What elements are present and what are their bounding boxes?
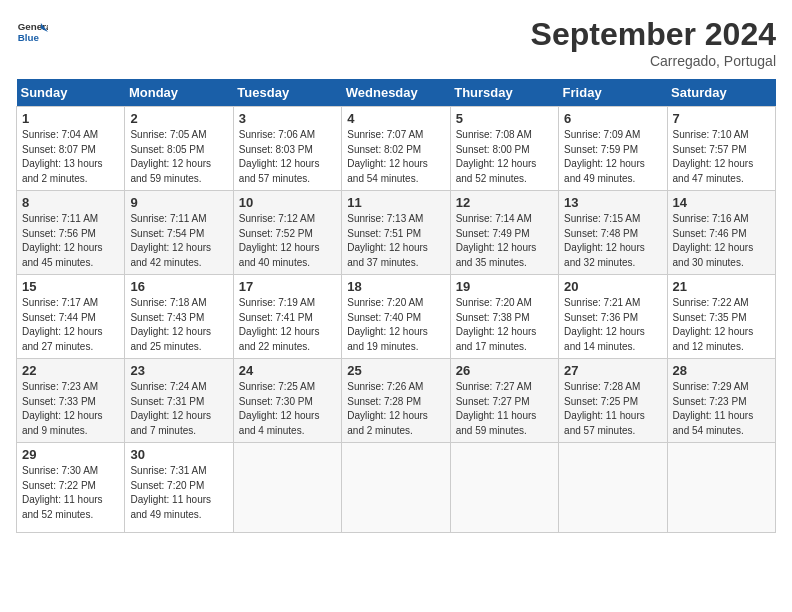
day-number: 19 [456, 279, 553, 294]
calendar-week-row: 22Sunrise: 7:23 AM Sunset: 7:33 PM Dayli… [17, 359, 776, 443]
day-number: 3 [239, 111, 336, 126]
calendar-day-cell [450, 443, 558, 533]
weekday-header: Sunday [17, 79, 125, 107]
day-number: 15 [22, 279, 119, 294]
calendar-day-cell: 27Sunrise: 7:28 AM Sunset: 7:25 PM Dayli… [559, 359, 667, 443]
day-number: 11 [347, 195, 444, 210]
day-number: 17 [239, 279, 336, 294]
day-info: Sunrise: 7:07 AM Sunset: 8:02 PM Dayligh… [347, 128, 444, 186]
calendar-day-cell: 17Sunrise: 7:19 AM Sunset: 7:41 PM Dayli… [233, 275, 341, 359]
day-info: Sunrise: 7:06 AM Sunset: 8:03 PM Dayligh… [239, 128, 336, 186]
day-number: 5 [456, 111, 553, 126]
day-number: 21 [673, 279, 770, 294]
calendar-week-row: 8Sunrise: 7:11 AM Sunset: 7:56 PM Daylig… [17, 191, 776, 275]
day-number: 7 [673, 111, 770, 126]
calendar-day-cell: 10Sunrise: 7:12 AM Sunset: 7:52 PM Dayli… [233, 191, 341, 275]
calendar-week-row: 1Sunrise: 7:04 AM Sunset: 8:07 PM Daylig… [17, 107, 776, 191]
weekday-header: Wednesday [342, 79, 450, 107]
day-info: Sunrise: 7:25 AM Sunset: 7:30 PM Dayligh… [239, 380, 336, 438]
calendar-day-cell: 3Sunrise: 7:06 AM Sunset: 8:03 PM Daylig… [233, 107, 341, 191]
calendar-day-cell: 26Sunrise: 7:27 AM Sunset: 7:27 PM Dayli… [450, 359, 558, 443]
calendar-day-cell: 21Sunrise: 7:22 AM Sunset: 7:35 PM Dayli… [667, 275, 775, 359]
page-header: General Blue September 2024 Carregado, P… [16, 16, 776, 69]
title-block: September 2024 Carregado, Portugal [531, 16, 776, 69]
calendar-day-cell: 25Sunrise: 7:26 AM Sunset: 7:28 PM Dayli… [342, 359, 450, 443]
calendar-day-cell: 2Sunrise: 7:05 AM Sunset: 8:05 PM Daylig… [125, 107, 233, 191]
calendar-day-cell: 8Sunrise: 7:11 AM Sunset: 7:56 PM Daylig… [17, 191, 125, 275]
location: Carregado, Portugal [531, 53, 776, 69]
day-info: Sunrise: 7:11 AM Sunset: 7:54 PM Dayligh… [130, 212, 227, 270]
day-number: 23 [130, 363, 227, 378]
weekday-header-row: SundayMondayTuesdayWednesdayThursdayFrid… [17, 79, 776, 107]
day-info: Sunrise: 7:11 AM Sunset: 7:56 PM Dayligh… [22, 212, 119, 270]
calendar-week-row: 15Sunrise: 7:17 AM Sunset: 7:44 PM Dayli… [17, 275, 776, 359]
calendar-day-cell: 22Sunrise: 7:23 AM Sunset: 7:33 PM Dayli… [17, 359, 125, 443]
day-number: 26 [456, 363, 553, 378]
day-number: 25 [347, 363, 444, 378]
calendar-day-cell: 28Sunrise: 7:29 AM Sunset: 7:23 PM Dayli… [667, 359, 775, 443]
day-info: Sunrise: 7:27 AM Sunset: 7:27 PM Dayligh… [456, 380, 553, 438]
calendar-day-cell: 5Sunrise: 7:08 AM Sunset: 8:00 PM Daylig… [450, 107, 558, 191]
calendar-day-cell: 16Sunrise: 7:18 AM Sunset: 7:43 PM Dayli… [125, 275, 233, 359]
calendar-day-cell: 19Sunrise: 7:20 AM Sunset: 7:38 PM Dayli… [450, 275, 558, 359]
day-number: 14 [673, 195, 770, 210]
day-number: 20 [564, 279, 661, 294]
day-number: 29 [22, 447, 119, 462]
day-info: Sunrise: 7:21 AM Sunset: 7:36 PM Dayligh… [564, 296, 661, 354]
day-info: Sunrise: 7:19 AM Sunset: 7:41 PM Dayligh… [239, 296, 336, 354]
day-number: 22 [22, 363, 119, 378]
day-info: Sunrise: 7:20 AM Sunset: 7:38 PM Dayligh… [456, 296, 553, 354]
calendar-day-cell: 24Sunrise: 7:25 AM Sunset: 7:30 PM Dayli… [233, 359, 341, 443]
day-number: 16 [130, 279, 227, 294]
calendar-day-cell: 7Sunrise: 7:10 AM Sunset: 7:57 PM Daylig… [667, 107, 775, 191]
day-info: Sunrise: 7:30 AM Sunset: 7:22 PM Dayligh… [22, 464, 119, 522]
month-title: September 2024 [531, 16, 776, 53]
calendar-day-cell: 14Sunrise: 7:16 AM Sunset: 7:46 PM Dayli… [667, 191, 775, 275]
calendar-table: SundayMondayTuesdayWednesdayThursdayFrid… [16, 79, 776, 533]
calendar-week-row: 29Sunrise: 7:30 AM Sunset: 7:22 PM Dayli… [17, 443, 776, 533]
day-number: 30 [130, 447, 227, 462]
calendar-day-cell: 13Sunrise: 7:15 AM Sunset: 7:48 PM Dayli… [559, 191, 667, 275]
day-info: Sunrise: 7:18 AM Sunset: 7:43 PM Dayligh… [130, 296, 227, 354]
day-info: Sunrise: 7:31 AM Sunset: 7:20 PM Dayligh… [130, 464, 227, 522]
calendar-day-cell: 18Sunrise: 7:20 AM Sunset: 7:40 PM Dayli… [342, 275, 450, 359]
calendar-day-cell: 1Sunrise: 7:04 AM Sunset: 8:07 PM Daylig… [17, 107, 125, 191]
calendar-day-cell: 4Sunrise: 7:07 AM Sunset: 8:02 PM Daylig… [342, 107, 450, 191]
day-info: Sunrise: 7:13 AM Sunset: 7:51 PM Dayligh… [347, 212, 444, 270]
day-info: Sunrise: 7:28 AM Sunset: 7:25 PM Dayligh… [564, 380, 661, 438]
calendar-day-cell [233, 443, 341, 533]
day-number: 28 [673, 363, 770, 378]
day-info: Sunrise: 7:29 AM Sunset: 7:23 PM Dayligh… [673, 380, 770, 438]
weekday-header: Saturday [667, 79, 775, 107]
day-info: Sunrise: 7:16 AM Sunset: 7:46 PM Dayligh… [673, 212, 770, 270]
day-number: 12 [456, 195, 553, 210]
svg-text:Blue: Blue [18, 32, 40, 43]
day-info: Sunrise: 7:04 AM Sunset: 8:07 PM Dayligh… [22, 128, 119, 186]
calendar-day-cell [667, 443, 775, 533]
weekday-header: Monday [125, 79, 233, 107]
day-number: 8 [22, 195, 119, 210]
logo: General Blue [16, 16, 48, 48]
calendar-day-cell: 12Sunrise: 7:14 AM Sunset: 7:49 PM Dayli… [450, 191, 558, 275]
calendar-day-cell: 20Sunrise: 7:21 AM Sunset: 7:36 PM Dayli… [559, 275, 667, 359]
calendar-day-cell: 11Sunrise: 7:13 AM Sunset: 7:51 PM Dayli… [342, 191, 450, 275]
day-number: 9 [130, 195, 227, 210]
calendar-day-cell [559, 443, 667, 533]
calendar-day-cell: 9Sunrise: 7:11 AM Sunset: 7:54 PM Daylig… [125, 191, 233, 275]
calendar-day-cell: 15Sunrise: 7:17 AM Sunset: 7:44 PM Dayli… [17, 275, 125, 359]
day-info: Sunrise: 7:24 AM Sunset: 7:31 PM Dayligh… [130, 380, 227, 438]
day-info: Sunrise: 7:23 AM Sunset: 7:33 PM Dayligh… [22, 380, 119, 438]
day-info: Sunrise: 7:17 AM Sunset: 7:44 PM Dayligh… [22, 296, 119, 354]
calendar-day-cell: 29Sunrise: 7:30 AM Sunset: 7:22 PM Dayli… [17, 443, 125, 533]
day-info: Sunrise: 7:14 AM Sunset: 7:49 PM Dayligh… [456, 212, 553, 270]
day-info: Sunrise: 7:15 AM Sunset: 7:48 PM Dayligh… [564, 212, 661, 270]
day-number: 13 [564, 195, 661, 210]
calendar-day-cell [342, 443, 450, 533]
day-number: 2 [130, 111, 227, 126]
day-info: Sunrise: 7:09 AM Sunset: 7:59 PM Dayligh… [564, 128, 661, 186]
day-number: 24 [239, 363, 336, 378]
day-info: Sunrise: 7:05 AM Sunset: 8:05 PM Dayligh… [130, 128, 227, 186]
day-info: Sunrise: 7:10 AM Sunset: 7:57 PM Dayligh… [673, 128, 770, 186]
calendar-day-cell: 30Sunrise: 7:31 AM Sunset: 7:20 PM Dayli… [125, 443, 233, 533]
logo-icon: General Blue [16, 16, 48, 48]
